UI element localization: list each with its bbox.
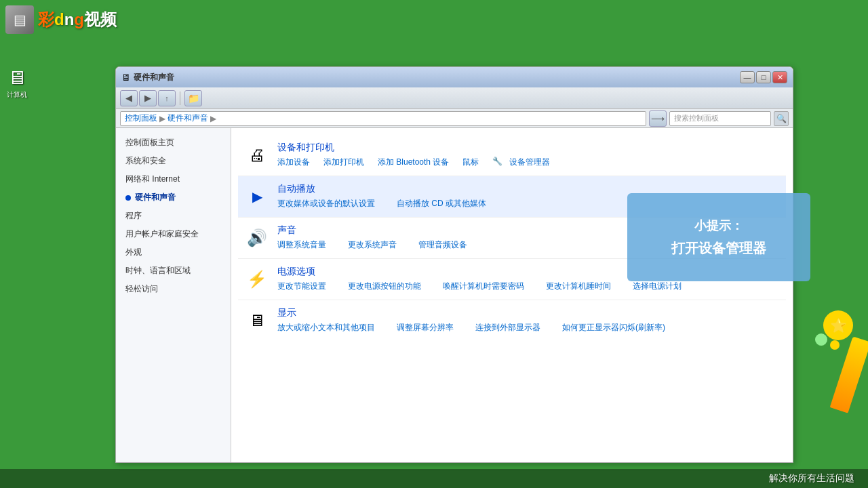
sidebar-label-network-internet: 网络和 Internet xyxy=(125,174,180,185)
title-bar-left: 🖥 硬件和声音 xyxy=(121,72,174,83)
search-input[interactable]: 搜索控制面板 xyxy=(669,111,771,126)
sidebar-label-ease-of-access: 轻松访问 xyxy=(125,283,158,295)
main-panel: 🖨 设备和打印机 添加设备 添加打印机 添加 Bluetooth 设备 鼠标 🔧 xyxy=(231,128,793,462)
bottom-bar: 解决你所有生活问题 xyxy=(0,469,868,488)
sidebar-item-network-internet[interactable]: 网络和 Internet xyxy=(116,170,231,188)
sidebar-label-appearance: 外观 xyxy=(125,247,142,258)
close-button[interactable]: ✕ xyxy=(772,71,787,83)
display-content: 显示 放大或缩小文本和其他项目 调整屏幕分辨率 连接到外部显示器 如何更正显示器… xyxy=(277,307,781,333)
external-display-link[interactable]: 连接到外部显示器 xyxy=(475,322,540,333)
search-placeholder: 搜索控制面板 xyxy=(674,113,719,123)
sidebar-item-ease-of-access[interactable]: 轻松访问 xyxy=(116,280,231,298)
devices-printers-icon: 🖨 xyxy=(243,142,271,169)
title-bar: 🖥 硬件和声音 — □ ✕ xyxy=(116,67,793,87)
sidebar-item-control-panel[interactable]: 控制面板主页 xyxy=(116,134,231,152)
breadcrumb-control-panel[interactable]: 控制面板 xyxy=(125,113,157,124)
window-title: 硬件和声音 xyxy=(134,72,174,83)
active-bullet xyxy=(125,195,131,201)
toolbar-separator xyxy=(180,92,180,105)
change-media-link[interactable]: 更改媒体或设备的默认设置 xyxy=(277,198,375,209)
sidebar: 控制面板主页 系统和安全 网络和 Internet 硬件和声音 程序 用户帐户和… xyxy=(116,128,231,462)
devices-printers-content: 设备和打印机 添加设备 添加打印机 添加 Bluetooth 设备 鼠标 🔧 设… xyxy=(277,142,781,168)
bottom-bar-text: 解决你所有生活问题 xyxy=(769,472,854,485)
computer-icon-label: 计算机 xyxy=(7,90,27,100)
watermark-text: 彩dng视频 xyxy=(38,9,117,30)
window-icon: 🖥 xyxy=(121,72,131,83)
sidebar-label-programs: 程序 xyxy=(125,210,142,222)
tip-title: 小提示： xyxy=(694,218,743,234)
watermark-logo-icon: ▤ xyxy=(5,5,34,34)
sidebar-item-appearance[interactable]: 外观 xyxy=(116,243,231,262)
resolution-link[interactable]: 调整屏幕分辨率 xyxy=(397,322,454,333)
search-button[interactable]: 🔍 xyxy=(774,111,789,126)
computer-icon-img: 🖥 xyxy=(7,66,26,89)
sidebar-item-hardware-sound[interactable]: 硬件和声音 xyxy=(116,188,231,207)
device-manager-link[interactable]: 设备管理器 xyxy=(509,157,550,168)
sidebar-label-clock-region: 时钟、语言和区域 xyxy=(125,265,191,277)
address-bar: 控制面板 ▶ 硬件和声音 ▶ ⟶ 搜索控制面板 🔍 xyxy=(116,109,793,128)
sidebar-label-system-security: 系统和安全 xyxy=(125,155,166,167)
devices-printers-links: 添加设备 添加打印机 添加 Bluetooth 设备 鼠标 🔧 设备管理器 xyxy=(277,157,781,168)
choose-plan-link[interactable]: 选择电源计划 xyxy=(633,281,682,292)
refresh-rate-link[interactable]: 如何更正显示器闪烁(刷新率) xyxy=(562,322,665,333)
minimize-button[interactable]: — xyxy=(740,71,755,83)
display-icon: 🖥 xyxy=(243,307,271,334)
add-bluetooth-link[interactable]: 添加 Bluetooth 设备 xyxy=(378,157,449,168)
maximize-button[interactable]: □ xyxy=(756,71,771,83)
devices-printers-title[interactable]: 设备和打印机 xyxy=(277,142,781,154)
address-nav-btn[interactable]: ⟶ xyxy=(649,110,667,127)
display-links: 放大或缩小文本和其他项目 调整屏幕分辨率 连接到外部显示器 如何更正显示器闪烁(… xyxy=(277,322,781,333)
address-path: 控制面板 ▶ 硬件和声音 ▶ xyxy=(120,111,646,126)
folder-button[interactable]: 📁 xyxy=(184,90,202,106)
sidebar-item-clock-region[interactable]: 时钟、语言和区域 xyxy=(116,262,231,280)
deco-green-circle xyxy=(815,333,827,346)
sidebar-item-user-accounts[interactable]: 用户帐户和家庭安全 xyxy=(116,225,231,243)
add-device-link[interactable]: 添加设备 xyxy=(277,157,310,168)
change-system-sounds-link[interactable]: 更改系统声音 xyxy=(348,239,397,251)
sidebar-label-control-panel: 控制面板主页 xyxy=(125,137,174,148)
sidebar-item-programs[interactable]: 程序 xyxy=(116,207,231,225)
tip-content: 打开设备管理器 xyxy=(671,239,766,258)
tip-box: 小提示： 打开设备管理器 xyxy=(627,193,810,281)
power-links: 更改节能设置 更改电源按钮的功能 唤醒计算机时需要密码 更改计算机睡时间 选择电… xyxy=(277,281,781,292)
sidebar-item-system-security[interactable]: 系统和安全 xyxy=(116,152,231,170)
mouse-link[interactable]: 鼠标 xyxy=(462,157,479,168)
text-size-link[interactable]: 放大或缩小文本和其他项目 xyxy=(277,322,375,333)
deco-yellow-circle xyxy=(830,340,840,350)
watermark: ▤ 彩dng视频 xyxy=(5,5,117,34)
category-display: 🖥 显示 放大或缩小文本和其他项目 调整屏幕分辨率 连接到外部显示器 如何更正显… xyxy=(238,300,786,341)
title-buttons: — □ ✕ xyxy=(740,71,787,83)
back-button[interactable]: ◀ xyxy=(120,90,138,106)
sound-icon: 🔊 xyxy=(243,224,271,251)
manage-audio-link[interactable]: 管理音频设备 xyxy=(418,239,467,251)
adjust-volume-link[interactable]: 调整系统音量 xyxy=(277,239,326,251)
sidebar-label-hardware-sound: 硬件和声音 xyxy=(135,192,176,203)
autoplay-cd-link[interactable]: 自动播放 CD 或其他媒体 xyxy=(397,198,486,209)
up-button[interactable]: ↑ xyxy=(158,90,176,106)
change-sleep-link[interactable]: 更改计算机睡时间 xyxy=(546,281,611,292)
change-power-btn-link[interactable]: 更改电源按钮的功能 xyxy=(348,281,421,292)
content-area: 控制面板主页 系统和安全 网络和 Internet 硬件和声音 程序 用户帐户和… xyxy=(116,128,793,462)
autoplay-icon: ▶ xyxy=(243,183,271,210)
toolbar: ◀ ▶ ↑ 📁 xyxy=(116,87,793,109)
power-icon: ⚡ xyxy=(243,266,271,293)
add-printer-link[interactable]: 添加打印机 xyxy=(323,157,364,168)
display-title[interactable]: 显示 xyxy=(277,307,781,319)
category-devices-printers: 🖨 设备和打印机 添加设备 添加打印机 添加 Bluetooth 设备 鼠标 🔧 xyxy=(238,135,786,176)
forward-button[interactable]: ▶ xyxy=(139,90,157,106)
change-battery-link[interactable]: 更改节能设置 xyxy=(277,281,326,292)
wake-password-link[interactable]: 唤醒计算机时需要密码 xyxy=(443,281,524,292)
computer-desktop-icon[interactable]: 🖥 计算机 xyxy=(7,66,27,100)
device-manager-icon-inline: 🔧 xyxy=(492,157,502,168)
deco-star: ⭐ xyxy=(823,310,853,340)
breadcrumb-hardware-sound[interactable]: 硬件和声音 xyxy=(167,113,208,124)
sidebar-label-user-accounts: 用户帐户和家庭安全 xyxy=(125,228,199,240)
